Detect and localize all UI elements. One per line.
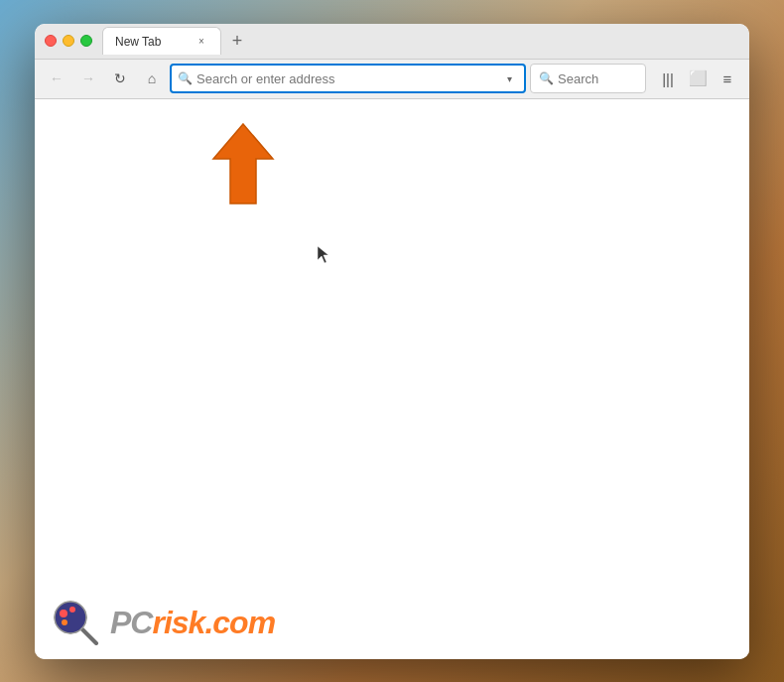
refresh-icon: ↻ bbox=[114, 70, 126, 86]
pcrisk-risk: risk.com bbox=[152, 605, 275, 640]
home-button[interactable]: ⌂ bbox=[138, 65, 166, 92]
forward-icon: → bbox=[81, 70, 95, 86]
bookmarks-button[interactable]: ||| bbox=[654, 65, 682, 92]
title-bar: New Tab × + bbox=[35, 24, 749, 60]
refresh-button[interactable]: ↻ bbox=[106, 65, 134, 92]
synced-tabs-button[interactable]: ⬜ bbox=[684, 65, 712, 92]
mouse-cursor bbox=[318, 246, 329, 264]
back-button[interactable]: ← bbox=[43, 65, 70, 92]
new-tab-button[interactable]: + bbox=[225, 29, 249, 53]
back-icon: ← bbox=[50, 70, 64, 86]
browser-window: New Tab × + ← → ↻ ⌂ 🔍 ▾ 🔍 bbox=[35, 24, 749, 659]
home-icon: ⌂ bbox=[148, 70, 156, 86]
minimize-button[interactable] bbox=[63, 35, 74, 47]
svg-marker-0 bbox=[213, 124, 273, 204]
arrow-svg bbox=[189, 119, 288, 208]
forward-button[interactable]: → bbox=[74, 65, 102, 92]
menu-button[interactable]: ≡ bbox=[714, 65, 741, 92]
svg-line-6 bbox=[82, 629, 96, 643]
pcrisk-brand-text: PCrisk.com bbox=[110, 607, 275, 638]
active-tab[interactable]: New Tab × bbox=[102, 27, 221, 55]
address-dropdown-button[interactable]: ▾ bbox=[500, 69, 518, 87]
address-input[interactable] bbox=[196, 71, 496, 86]
svg-point-3 bbox=[60, 610, 67, 617]
tab-label: New Tab bbox=[115, 35, 161, 49]
arrow-annotation bbox=[189, 119, 288, 208]
svg-marker-1 bbox=[318, 246, 328, 263]
close-button[interactable] bbox=[45, 35, 57, 47]
svg-point-5 bbox=[62, 619, 67, 625]
search-icon: 🔍 bbox=[539, 71, 554, 85]
traffic-lights bbox=[45, 35, 92, 47]
nav-tools: ||| ⬜ ≡ bbox=[654, 65, 741, 92]
address-bar[interactable]: 🔍 ▾ bbox=[170, 64, 526, 93]
pcrisk-pc: PC bbox=[110, 605, 152, 640]
watermark: PCrisk.com bbox=[51, 598, 275, 647]
maximize-button[interactable] bbox=[80, 35, 92, 47]
nav-bar: ← → ↻ ⌂ 🔍 ▾ 🔍 ||| ⬜ ≡ bbox=[35, 60, 749, 99]
search-input[interactable] bbox=[558, 71, 637, 86]
tab-close-button[interactable]: × bbox=[195, 35, 208, 49]
menu-icon: ≡ bbox=[723, 70, 732, 87]
bookmarks-icon: ||| bbox=[662, 70, 674, 87]
address-search-icon: 🔍 bbox=[178, 71, 193, 85]
content-area: PCrisk.com bbox=[35, 99, 749, 659]
synced-tabs-icon: ⬜ bbox=[689, 69, 708, 87]
tab-bar: New Tab × + bbox=[102, 27, 739, 55]
svg-point-4 bbox=[69, 607, 75, 613]
pcrisk-logo-icon bbox=[51, 598, 100, 647]
search-bar[interactable]: 🔍 bbox=[530, 64, 646, 93]
